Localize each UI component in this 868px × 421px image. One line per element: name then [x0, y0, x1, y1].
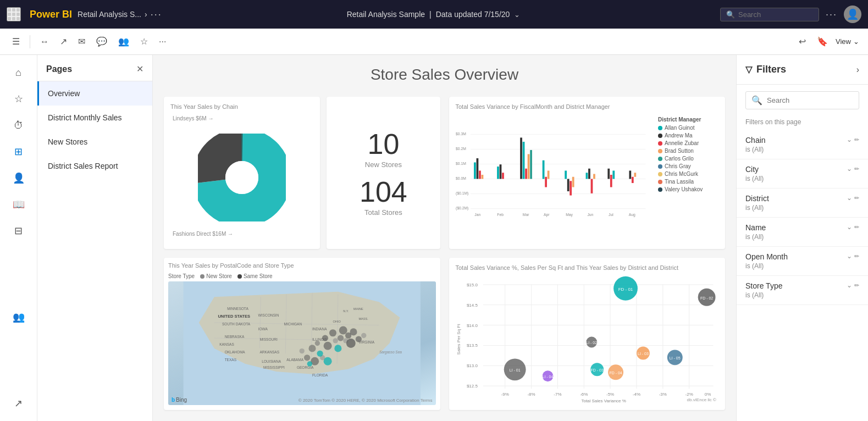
- back-button[interactable]: ↔: [37, 35, 52, 49]
- pie-label-lindseys: Lindseys $6M →: [173, 115, 213, 121]
- filters-search-box[interactable]: 🔍: [745, 91, 859, 109]
- sidebar-item-apps[interactable]: ⊟: [8, 220, 30, 242]
- nav-more-button[interactable]: ···: [826, 9, 837, 20]
- svg-rect-23: [522, 142, 524, 179]
- svg-text:ALABAMA: ALABAMA: [286, 358, 304, 362]
- svg-text:FLORIDA: FLORIDA: [312, 373, 328, 377]
- email-button[interactable]: ✉: [75, 34, 89, 49]
- svg-text:($0.2M): ($0.2M): [456, 206, 468, 210]
- pages-panel: Pages ✕ Overview District Monthly Sales …: [37, 55, 153, 421]
- svg-rect-26: [530, 150, 532, 179]
- svg-text:MICHIGAN: MICHIGAN: [284, 322, 302, 326]
- svg-text:LI - 04: LI - 04: [542, 375, 553, 379]
- teams-button[interactable]: 👥: [115, 34, 132, 49]
- user-avatar[interactable]: 👤: [844, 5, 861, 23]
- sidebar-item-recent[interactable]: ⏱: [8, 114, 30, 136]
- map-chart-title: This Year Sales by PostalCode and Store …: [168, 262, 436, 269]
- pages-close-button[interactable]: ✕: [136, 64, 143, 74]
- filter-item-name[interactable]: Name is (All) ⌄ ✏: [737, 218, 868, 247]
- undo-button[interactable]: ↩: [795, 34, 809, 49]
- map-chart-card[interactable]: This Year Sales by PostalCode and Store …: [164, 258, 440, 410]
- sidebar-item-people[interactable]: 👤: [8, 167, 30, 189]
- pie-chart-title: This Year Sales by Chain: [170, 103, 313, 110]
- bar-chart-card[interactable]: Total Sales Variance by FiscalMonth and …: [449, 97, 726, 249]
- breadcrumb-more-button[interactable]: ···: [151, 9, 162, 20]
- breadcrumb-chevron: ›: [145, 10, 147, 19]
- svg-point-100: [304, 354, 310, 361]
- page-item-district-monthly[interactable]: District Monthly Sales: [37, 106, 152, 130]
- page-item-overview[interactable]: Overview: [37, 81, 152, 106]
- filter-item-city[interactable]: City is (All) ⌄ ✏: [737, 159, 868, 189]
- filter-name-chevron[interactable]: ⌄: [847, 223, 852, 231]
- nav-search-input[interactable]: [738, 10, 810, 19]
- svg-rect-28: [545, 177, 547, 187]
- filter-item-open-month[interactable]: Open Month is (All) ⌄ ✏: [737, 247, 868, 276]
- svg-rect-29: [547, 170, 549, 179]
- sidebar-item-reports[interactable]: ⊞: [8, 141, 30, 163]
- scatter-watermark: db.vIEnce llc ©: [687, 397, 716, 402]
- svg-text:Jul: Jul: [609, 213, 613, 217]
- toolbar: ☰ ↔ ↗ ✉ 💬 👥 ☆ ··· ↩ 🔖 View ⌄: [0, 29, 868, 55]
- app-logo: Power BI: [30, 9, 72, 20]
- filter-chain-chevron[interactable]: ⌄: [847, 136, 852, 143]
- comment-button[interactable]: 💬: [93, 34, 110, 49]
- filter-item-store-type[interactable]: Store Type is (All) ⌄ ✏: [737, 276, 868, 305]
- toolbar-right: ↩ 🔖 View ⌄: [795, 34, 859, 49]
- filter-store-type-chevron[interactable]: ⌄: [847, 281, 852, 289]
- svg-text:MISSISSIPPI: MISSISSIPPI: [263, 365, 285, 369]
- pie-chart-card[interactable]: This Year Sales by Chain Lindseys $6M → …: [164, 97, 320, 249]
- svg-point-93: [322, 335, 328, 341]
- filter-city-edit[interactable]: ✏: [854, 165, 859, 173]
- filter-item-chain[interactable]: Chain is (All) ⌄ ✏: [737, 130, 868, 159]
- sidebar-expand-button[interactable]: ↗: [8, 392, 30, 414]
- favorite-button[interactable]: ☆: [137, 34, 151, 49]
- app-grid-button[interactable]: [7, 7, 21, 21]
- svg-text:Apr: Apr: [543, 213, 549, 217]
- filter-item-district[interactable]: District is (All) ⌄ ✏: [737, 189, 868, 218]
- filter-district-edit[interactable]: ✏: [854, 195, 859, 202]
- filter-open-month-name: Open Month: [745, 252, 788, 261]
- view-button[interactable]: View ⌄: [836, 37, 859, 46]
- bookmark-button[interactable]: 🔖: [814, 34, 831, 49]
- page-item-district-sales[interactable]: District Sales Report: [37, 154, 152, 178]
- filter-open-month-value: is (All): [745, 262, 788, 270]
- svg-point-104: [317, 351, 323, 357]
- svg-text:Jun: Jun: [587, 213, 593, 217]
- filter-open-month-chevron[interactable]: ⌄: [847, 252, 852, 260]
- filter-district-chevron[interactable]: ⌄: [847, 194, 852, 202]
- svg-rect-34: [585, 173, 588, 179]
- svg-text:LI - 03: LI - 03: [638, 352, 649, 356]
- filter-open-month-edit[interactable]: ✏: [854, 253, 859, 260]
- sidebar-item-home[interactable]: ⌂: [8, 62, 30, 84]
- sidebar-item-favorites[interactable]: ☆: [8, 88, 30, 110]
- scatter-chart-card[interactable]: Total Sales Variance %, Sales Per Sq Ft …: [449, 258, 726, 410]
- svg-text:WISCONSIN: WISCONSIN: [258, 313, 279, 317]
- more-options-toolbar-button[interactable]: ···: [156, 35, 169, 49]
- filter-store-type-edit[interactable]: ✏: [854, 282, 859, 289]
- svg-text:$15.0: $15.0: [466, 282, 478, 287]
- filter-name-edit[interactable]: ✏: [854, 224, 859, 231]
- filters-expand-button[interactable]: ›: [856, 65, 859, 75]
- page-item-new-stores[interactable]: New Stores: [37, 130, 152, 154]
- nav-search-box[interactable]: 🔍: [720, 8, 819, 21]
- svg-rect-32: [570, 181, 572, 195]
- filters-search-input[interactable]: [767, 96, 853, 104]
- menu-toggle-button[interactable]: ☰: [9, 34, 23, 49]
- filter-chain-edit[interactable]: ✏: [854, 136, 859, 143]
- filter-city-chevron[interactable]: ⌄: [847, 165, 852, 173]
- svg-point-98: [308, 345, 316, 352]
- nav-right: 🔍 ··· 👤: [720, 5, 861, 23]
- svg-text:$14.0: $14.0: [466, 323, 478, 328]
- svg-point-2: [225, 161, 258, 194]
- export-button[interactable]: ↗: [57, 34, 70, 49]
- nav-center-title: Retail Analysis Sample | Data updated 7/…: [347, 10, 522, 19]
- nav-center-chevron[interactable]: ⌄: [514, 10, 521, 19]
- svg-text:LI - 05: LI - 05: [669, 356, 680, 360]
- svg-point-85: [339, 326, 347, 335]
- svg-rect-24: [525, 169, 527, 179]
- sidebar-item-workspaces[interactable]: 👥: [8, 306, 30, 328]
- filter-chain-name: Chain: [745, 136, 766, 145]
- svg-text:SOUTH DAKOTA: SOUTH DAKOTA: [222, 322, 251, 326]
- svg-rect-21: [502, 173, 504, 179]
- sidebar-item-learn[interactable]: 📖: [8, 193, 30, 215]
